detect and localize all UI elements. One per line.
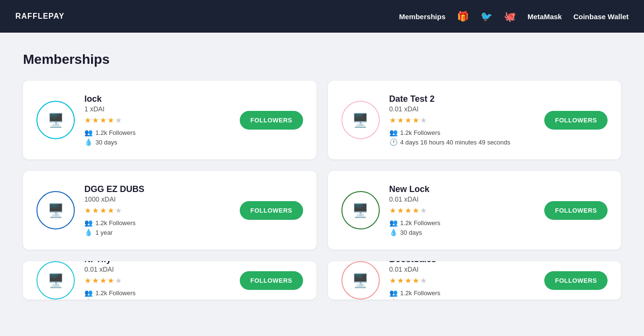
followers-button-lock[interactable]: FOLLOWERS: [240, 111, 303, 130]
card-name-date-test-2: Date Test 2: [389, 94, 535, 104]
membership-icon: 🖥️: [352, 203, 369, 218]
star-2: ★: [405, 276, 411, 285]
star-2: ★: [405, 116, 411, 125]
card-body-dgg-ez-dubs: DGG EZ DUBS 1000 xDAI ★★★★★ 👥 1.2k Follo…: [84, 184, 230, 236]
star-0: ★: [84, 206, 91, 215]
membership-card-date-test-2: 🖥️ Date Test 2 0.01 xDAI ★★★★★ 👥 1.2k Fo…: [328, 81, 621, 159]
membership-icon: 🖥️: [47, 112, 64, 128]
star-2: ★: [100, 276, 106, 285]
star-4: ★: [420, 276, 427, 285]
star-0: ★: [389, 116, 396, 125]
card-meta-new-lock: 👥 1.2k Followers 💧 30 days: [389, 219, 535, 236]
star-0: ★: [84, 276, 91, 285]
duration-row-dgg-ez-dubs: 💧 1 year: [84, 228, 230, 236]
card-body-date-test-2: Date Test 2 0.01 xDAI ★★★★★ 👥 1.2k Follo…: [389, 94, 535, 146]
card-name-new-lock: New Lock: [389, 184, 535, 194]
nav-coinbase[interactable]: Coinbase Wallet: [574, 12, 629, 21]
card-stars-new-lock: ★★★★★: [389, 206, 535, 215]
gift-icon[interactable]: 🎁: [457, 11, 469, 22]
membership-card-nftify: 🖥️ NFTify 0.01 xDAI ★★★★★ 👥 1.2k Followe…: [23, 261, 316, 300]
star-1: ★: [92, 116, 99, 125]
duration-row-boostsales: 💧 30 days: [389, 299, 535, 300]
duration-icon: 💧: [84, 299, 93, 300]
followers-row-lock: 👥 1.2k Followers: [84, 129, 230, 136]
card-avatar-dgg-ez-dubs: 🖥️: [36, 191, 75, 229]
card-name-dgg-ez-dubs: DGG EZ DUBS: [84, 184, 230, 194]
nav-memberships[interactable]: Memberships: [399, 12, 445, 21]
card-price-boostsales: 0.01 xDAI: [389, 265, 535, 273]
duration-row-new-lock: 💧 30 days: [389, 228, 535, 236]
followers-count-lock: 1.2k Followers: [95, 129, 136, 136]
star-3: ★: [107, 206, 114, 215]
card-stars-dgg-ez-dubs: ★★★★★: [84, 206, 230, 215]
duration-value-lock: 30 days: [95, 139, 117, 146]
followers-button-date-test-2[interactable]: FOLLOWERS: [544, 111, 608, 130]
nav-metamask[interactable]: MetaMask: [527, 12, 562, 21]
star-0: ★: [389, 276, 396, 285]
card-meta-date-test-2: 👥 1.2k Followers 🕐 4 days 16 hours 40 mi…: [389, 129, 535, 146]
duration-value-nftify: 30 days: [95, 299, 117, 300]
star-2: ★: [100, 116, 106, 125]
star-3: ★: [107, 276, 114, 285]
card-meta-boostsales: 👥 1.2k Followers 💧 30 days: [389, 289, 535, 300]
duration-value-new-lock: 30 days: [400, 229, 422, 236]
card-avatar-lock: 🖥️: [36, 101, 75, 139]
followers-row-date-test-2: 👥 1.2k Followers: [389, 129, 535, 136]
followers-button-nftify[interactable]: FOLLOWERS: [240, 271, 303, 290]
star-4: ★: [115, 276, 122, 285]
card-price-date-test-2: 0.01 xDAI: [389, 105, 535, 113]
navbar: RAFFLEPAY Memberships 🎁 🐦 🐙 MetaMask Coi…: [0, 0, 644, 33]
github-icon[interactable]: 🐙: [504, 11, 516, 22]
memberships-grid: 🖥️ lock 1 xDAI ★★★★★ 👥 1.2k Followers 💧 …: [23, 81, 621, 300]
star-4: ★: [420, 116, 427, 125]
membership-icon: 🖥️: [47, 203, 64, 218]
star-1: ★: [397, 276, 404, 285]
followers-button-dgg-ez-dubs[interactable]: FOLLOWERS: [240, 201, 303, 220]
star-3: ★: [412, 116, 419, 125]
card-body-lock: lock 1 xDAI ★★★★★ 👥 1.2k Followers 💧 30 …: [84, 94, 230, 146]
main-content: Memberships 🖥️ lock 1 xDAI ★★★★★ 👥 1.2k …: [0, 33, 644, 319]
followers-row-new-lock: 👥 1.2k Followers: [389, 219, 535, 227]
membership-icon: 🖥️: [352, 273, 369, 288]
star-0: ★: [84, 116, 91, 125]
card-price-dgg-ez-dubs: 1000 xDAI: [84, 195, 230, 203]
followers-button-new-lock[interactable]: FOLLOWERS: [544, 201, 608, 220]
card-price-lock: 1 xDAI: [84, 105, 230, 113]
duration-value-boostsales: 30 days: [400, 299, 422, 300]
card-avatar-boostsales: 🖥️: [341, 261, 380, 300]
duration-row-date-test-2: 🕐 4 days 16 hours 40 minutes 49 seconds: [389, 138, 535, 146]
twitter-icon[interactable]: 🐦: [480, 11, 492, 22]
membership-icon: 🖥️: [352, 112, 369, 128]
followers-icon: 👥: [84, 219, 93, 227]
duration-icon: 💧: [84, 228, 93, 236]
star-4: ★: [115, 116, 122, 125]
card-stars-date-test-2: ★★★★★: [389, 116, 535, 125]
followers-count-dgg-ez-dubs: 1.2k Followers: [95, 219, 136, 227]
star-2: ★: [100, 206, 106, 215]
membership-card-new-lock: 🖥️ New Lock 0.01 xDAI ★★★★★ 👥 1.2k Follo…: [328, 171, 621, 250]
card-stars-nftify: ★★★★★: [84, 276, 230, 285]
card-meta-nftify: 👥 1.2k Followers 💧 30 days: [84, 289, 230, 300]
followers-icon: 👥: [84, 289, 93, 297]
star-3: ★: [412, 276, 419, 285]
duration-icon: 🕐: [389, 138, 398, 146]
site-logo: RAFFLEPAY: [15, 12, 64, 21]
duration-row-nftify: 💧 30 days: [84, 299, 230, 300]
star-0: ★: [389, 206, 396, 215]
card-avatar-nftify: 🖥️: [36, 261, 75, 300]
followers-icon: 👥: [389, 219, 398, 227]
card-body-boostsales: BoostSales 0.01 xDAI ★★★★★ 👥 1.2k Follow…: [389, 261, 535, 300]
star-4: ★: [115, 206, 122, 215]
followers-row-boostsales: 👥 1.2k Followers: [389, 289, 535, 297]
card-price-nftify: 0.01 xDAI: [84, 265, 230, 273]
followers-icon: 👥: [389, 129, 398, 136]
card-stars-boostsales: ★★★★★: [389, 276, 535, 285]
membership-card-dgg-ez-dubs: 🖥️ DGG EZ DUBS 1000 xDAI ★★★★★ 👥 1.2k Fo…: [23, 171, 316, 250]
card-name-boostsales: BoostSales: [389, 261, 535, 264]
star-1: ★: [397, 206, 404, 215]
card-body-new-lock: New Lock 0.01 xDAI ★★★★★ 👥 1.2k Follower…: [389, 184, 535, 236]
star-3: ★: [107, 116, 114, 125]
card-price-new-lock: 0.01 xDAI: [389, 195, 535, 203]
followers-count-new-lock: 1.2k Followers: [400, 219, 441, 227]
followers-button-boostsales[interactable]: FOLLOWERS: [544, 271, 608, 290]
